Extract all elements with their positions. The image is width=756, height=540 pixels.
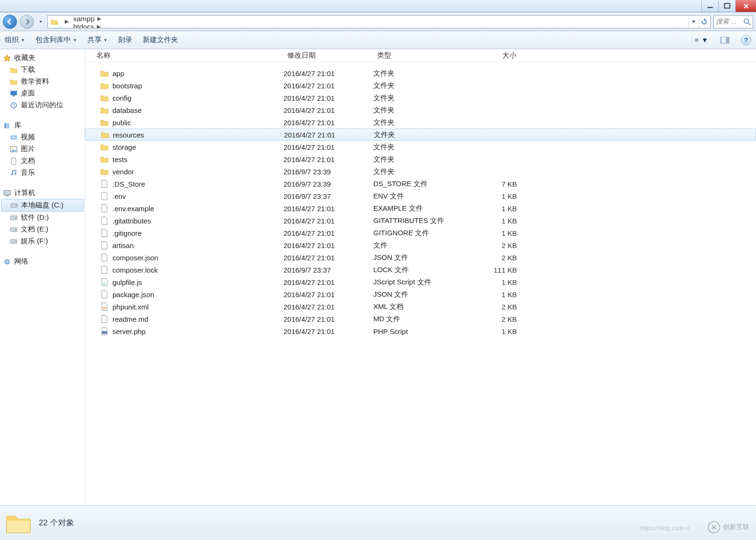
file-row[interactable]: JSgulpfile.js2016/4/27 21:01JScript Scri…	[85, 276, 756, 288]
xml-icon: XML	[100, 302, 109, 311]
sidebar-lib-item[interactable]: 视频	[0, 131, 85, 143]
preview-pane-button[interactable]	[719, 34, 730, 46]
view-options-button[interactable]: ▼	[692, 34, 709, 46]
file-date: 2016/4/27 21:01	[284, 119, 373, 127]
file-row[interactable]: resources2016/4/27 21:01文件夹	[85, 129, 756, 141]
mus-icon	[9, 169, 18, 177]
minimize-button[interactable]	[701, 0, 718, 12]
sidebar-favorites[interactable]: 收藏夹	[0, 52, 85, 64]
breadcrumb-root[interactable]: ▶	[61, 16, 72, 28]
col-type[interactable]: 类型	[373, 51, 468, 60]
organize-button[interactable]: 组织▼	[5, 35, 25, 44]
sidebar-network[interactable]: 网络	[0, 256, 85, 267]
help-button[interactable]: ?	[741, 35, 751, 45]
sidebar-libraries[interactable]: 库	[0, 120, 85, 131]
file-row[interactable]: server.php2016/4/27 21:01PHP Script1 KB	[85, 325, 756, 337]
nav-history-dropdown[interactable]	[37, 15, 44, 29]
refresh-button[interactable]	[699, 16, 708, 27]
file-type: JScript Script 文件	[373, 278, 468, 287]
new-folder-button[interactable]: 新建文件夹	[143, 35, 178, 44]
file-row[interactable]: database2016/4/27 21:01文件夹	[85, 104, 756, 116]
search-input[interactable]: 搜索 ...	[713, 15, 753, 28]
svg-rect-11	[10, 91, 17, 95]
file-row[interactable]: .DS_Store2016/9/7 23:39DS_STORE 文件7 KB	[85, 178, 756, 190]
file-date: 2016/4/27 21:01	[284, 205, 373, 213]
col-name[interactable]: 名称	[85, 51, 284, 60]
file-row[interactable]: tests2016/4/27 21:01文件夹	[85, 153, 756, 165]
star-icon	[3, 54, 11, 62]
file-date: 2016/4/27 21:01	[284, 143, 373, 151]
sidebar-drive-item[interactable]: 软件 (D:)	[0, 212, 85, 223]
file-row[interactable]: .env2016/9/7 23:37ENV 文件1 KB	[85, 190, 756, 202]
sidebar-drive-item[interactable]: 本地磁盘 (C:)	[1, 199, 84, 212]
file-row[interactable]: vendor2016/9/7 23:39文件夹	[85, 165, 756, 178]
sidebar-fav-item[interactable]: 教学资料	[0, 76, 85, 87]
file-name: artisan	[112, 241, 134, 249]
sidebar-lib-item[interactable]: 图片	[0, 143, 85, 155]
file-row[interactable]: .env.example2016/4/27 21:01EXAMPLE 文件1 K…	[85, 202, 756, 214]
file-type: XML 文档	[373, 302, 468, 311]
breadcrumb-item[interactable]: xampp▶	[72, 15, 126, 23]
svg-point-20	[15, 173, 17, 175]
file-size: 2 KB	[468, 303, 524, 311]
sidebar-lib-item[interactable]: 文档	[0, 155, 85, 167]
svg-rect-6	[695, 39, 698, 39]
sidebar: 收藏夹下载教学资料桌面最近访问的位 库视频图片文档音乐 计算机本地磁盘 (C:)…	[0, 49, 85, 505]
folder-icon	[9, 66, 18, 74]
file-name: gulpfile.js	[112, 278, 142, 286]
file-row[interactable]: app2016/4/27 21:01文件夹	[85, 67, 756, 79]
col-date[interactable]: 修改日期	[284, 51, 373, 60]
file-icon	[100, 216, 109, 225]
desk-icon	[9, 89, 18, 98]
maximize-button[interactable]	[718, 0, 735, 12]
file-row[interactable]: bootstrap2016/4/27 21:01文件夹	[85, 79, 756, 92]
file-type: 文件夹	[373, 155, 468, 164]
file-size: 1 KB	[468, 291, 524, 299]
forward-button[interactable]	[20, 15, 34, 29]
close-button[interactable]	[735, 0, 756, 12]
file-date: 2016/9/7 23:39	[284, 168, 373, 176]
status-text: 22 个对象	[39, 517, 74, 528]
file-row[interactable]: composer.json2016/4/27 21:01JSON 文件2 KB	[85, 251, 756, 264]
file-name: composer.lock	[112, 266, 158, 274]
file-row[interactable]: .gitattributes2016/4/27 21:01GITATTRIBUT…	[85, 214, 756, 227]
file-row[interactable]: package.json2016/4/27 21:01JSON 文件1 KB	[85, 288, 756, 300]
file-row[interactable]: public2016/4/27 21:01文件夹	[85, 116, 756, 129]
breadcrumb-item[interactable]: htdocs▶	[72, 23, 126, 28]
sidebar-drive-item[interactable]: 娱乐 (F:)	[0, 235, 85, 247]
breadcrumb-bar[interactable]: ▶ 计算机▶本地磁盘 (C:)▶xampp▶htdocs▶PHPprimary▶…	[47, 15, 711, 28]
file-row[interactable]: artisan2016/4/27 21:01文件2 KB	[85, 239, 756, 251]
col-size[interactable]: 大小	[468, 51, 524, 60]
sidebar-lib-item[interactable]: 音乐	[0, 167, 85, 179]
share-button[interactable]: 共享▼	[87, 35, 108, 44]
file-row[interactable]: readme.md2016/4/27 21:01MD 文件2 KB	[85, 313, 756, 325]
file-date: 2016/9/7 23:37	[284, 266, 373, 274]
svg-point-4	[744, 19, 748, 23]
file-list[interactable]: 名称 修改日期 类型 大小 app2016/4/27 21:01文件夹boots…	[85, 49, 756, 505]
folder-icon	[100, 81, 109, 90]
sidebar-fav-item[interactable]: 下载	[0, 64, 85, 76]
svg-rect-15	[7, 123, 9, 128]
column-headers[interactable]: 名称 修改日期 类型 大小	[85, 49, 756, 62]
file-row[interactable]: config2016/4/27 21:01文件夹	[85, 92, 756, 104]
file-type: MD 文件	[373, 315, 468, 324]
sidebar-fav-item[interactable]: 最近访问的位	[0, 99, 85, 111]
file-date: 2016/4/27 21:01	[284, 69, 373, 77]
file-icon	[100, 229, 109, 237]
folder-icon	[9, 77, 18, 86]
burn-button[interactable]: 刻录	[118, 35, 132, 44]
file-row[interactable]: XMLphpunit.xml2016/4/27 21:01XML 文档2 KB	[85, 300, 756, 313]
include-in-library-button[interactable]: 包含到库中▼	[35, 35, 77, 44]
file-type: 文件夹	[373, 143, 468, 152]
file-name: .env.example	[112, 205, 154, 213]
sidebar-computer[interactable]: 计算机	[0, 187, 85, 199]
back-button[interactable]	[3, 15, 17, 29]
file-row[interactable]: composer.lock2016/9/7 23:37LOCK 文件111 KB	[85, 264, 756, 276]
sidebar-drive-item[interactable]: 文档 (E:)	[0, 223, 85, 235]
file-size: 1 KB	[468, 327, 524, 335]
sidebar-fav-item[interactable]: 桌面	[0, 87, 85, 99]
file-row[interactable]: .gitignore2016/4/27 21:01GITIGNORE 文件1 K…	[85, 227, 756, 239]
file-row[interactable]: storage2016/4/27 21:01文件夹	[85, 141, 756, 153]
file-name: server.php	[112, 327, 146, 335]
breadcrumb-dropdown[interactable]	[688, 16, 698, 27]
